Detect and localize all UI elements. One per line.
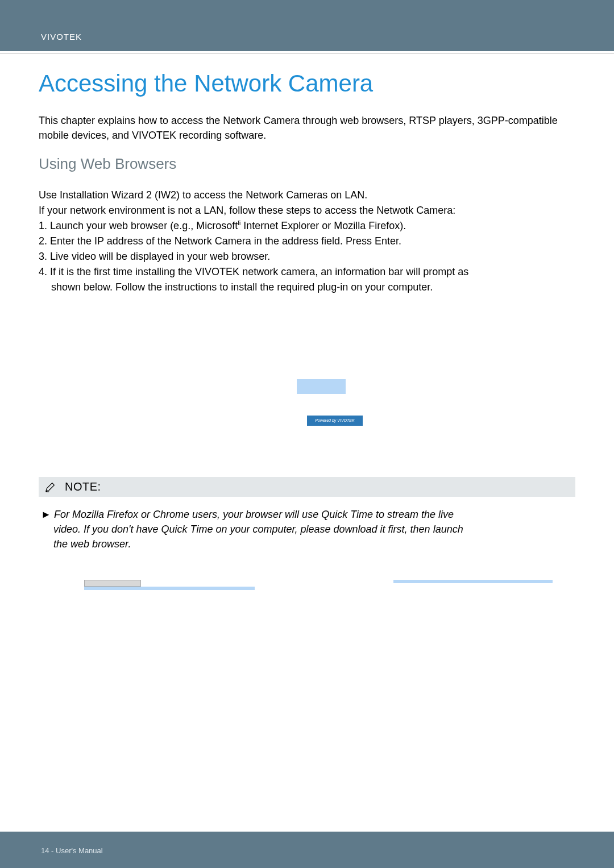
screenshot-left-bar xyxy=(84,587,255,590)
step-3: 3. Live video will be displayed in your … xyxy=(39,249,575,264)
step-4b: shown below. Follow the instructions to … xyxy=(39,280,575,295)
note-text-line-3: the web browser. xyxy=(41,537,575,551)
page-content: Accessing the Network Camera This chapte… xyxy=(0,54,614,590)
note-text-line-1: For Mozilla Firefox or Chrome users, you… xyxy=(54,509,454,520)
note-text-line-2: video. If you don't have Quick Time on y… xyxy=(41,522,575,537)
figure-highlight-box xyxy=(297,379,346,394)
footer-page-number: 14 - User's Manual xyxy=(41,846,103,855)
section-heading-using-web-browsers: Using Web Browsers xyxy=(39,155,575,173)
screenshot-left xyxy=(84,580,255,590)
instructions-line-1: Use Installation Wizard 2 (IW2) to acces… xyxy=(39,188,575,203)
instructions-line-2: If your network environment is not a LAN… xyxy=(39,203,575,218)
step-1: 1. Launch your web browser (e.g., Micros… xyxy=(39,218,575,234)
note-body: ► For Mozilla Firefox or Chrome users, y… xyxy=(39,507,575,551)
step-4a: 4. If it is the first time installing th… xyxy=(39,264,575,280)
note-pencil-icon xyxy=(44,481,57,493)
page-footer: 14 - User's Manual xyxy=(0,832,614,868)
step-1-pre: 1. Launch your web browser (e.g., Micros… xyxy=(39,220,238,231)
screenshot-row xyxy=(39,580,575,590)
page-title: Accessing the Network Camera xyxy=(39,70,575,97)
page-header: VIVOTEK xyxy=(0,0,614,51)
screenshot-right xyxy=(359,580,530,590)
screenshot-left-tabs xyxy=(84,580,141,587)
step-2: 2. Enter the IP address of the Network C… xyxy=(39,234,575,249)
screenshot-right-bar xyxy=(393,580,553,583)
step-1-post: Internet Explorer or Mozilla Firefox). xyxy=(240,220,406,231)
figure-placeholder: Powered by VIVOTEK xyxy=(39,312,575,477)
instructions-block: Use Installation Wizard 2 (IW2) to acces… xyxy=(39,188,575,295)
powered-by-tag: Powered by VIVOTEK xyxy=(307,416,363,426)
brand-label: VIVOTEK xyxy=(41,32,82,41)
note-label: NOTE: xyxy=(65,480,101,493)
note-heading-bar: NOTE: xyxy=(39,477,575,497)
intro-paragraph: This chapter explains how to access the … xyxy=(39,113,575,143)
note-bullet-arrow: ► xyxy=(41,507,51,522)
